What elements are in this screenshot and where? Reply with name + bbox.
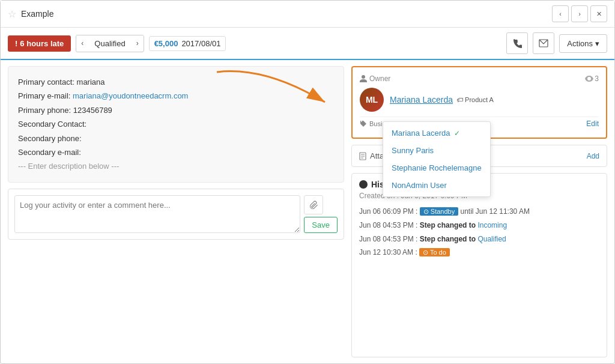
stage-prev-button[interactable]: ‹ — [76, 35, 88, 51]
primary-contact-line: Primary contact: mariana — [18, 75, 334, 89]
main-window: ☆ Example ‹ › ✕ ! 6 hours late ‹ Qualifi… — [0, 0, 615, 364]
primary-phone-line: Primary phone: 123456789 — [18, 103, 334, 117]
history-step-1: Step changed to — [420, 221, 478, 229]
window-title: Example — [21, 9, 53, 19]
secondary-contact-line: Secondary Contact: — [18, 117, 334, 131]
toolbar: ! 6 hours late ‹ Qualified › €5,000 2017… — [1, 28, 614, 60]
late-text: 6 hours late — [20, 39, 64, 48]
primary-email-link[interactable]: mariana@youdontneedacrm.com — [73, 91, 188, 100]
history-date-3: Jun 12 10:30 AM : — [359, 248, 419, 256]
title-bar: ☆ Example ‹ › ✕ — [1, 1, 614, 28]
history-date-2: Jun 08 04:53 PM : — [359, 235, 420, 243]
product-name: Product A — [465, 96, 494, 103]
amount-date: €5,000 2017/08/01 — [149, 36, 226, 51]
secondary-email-label: Secondary e-mail: — [18, 148, 81, 157]
owner-label: Owner — [369, 74, 390, 83]
dropdown-item-0[interactable]: Mariana Lacerda ✓ — [383, 124, 490, 142]
owner-name[interactable]: Mariana Lacerda — [390, 95, 453, 105]
owner-info: ML Mariana Lacerda 🏷 Product A — [360, 88, 599, 112]
nav-prev-button[interactable]: ‹ — [552, 5, 569, 22]
exclaim-icon: ! — [15, 39, 17, 48]
secondary-phone-line: Secondary phone: — [18, 132, 334, 145]
history-link-1: Incoming — [477, 221, 507, 229]
avatar-initials: ML — [360, 88, 384, 112]
dropdown-item-2[interactable]: Stephanie Rochelemagne — [383, 159, 490, 177]
primary-contact-label: Primary contact: — [18, 77, 74, 86]
history-entry-3: Jun 12 10:30 AM : ⊙ To do — [359, 246, 599, 259]
activity-input-row: Save — [14, 195, 338, 233]
secondary-phone-label: Secondary phone: — [18, 134, 82, 143]
owner-name-row: Mariana Lacerda 🏷 Product A — [390, 95, 494, 105]
description-placeholder: --- Enter description below --- — [18, 159, 334, 173]
history-entry-2: Jun 08 04:53 PM : Step changed to Qualif… — [359, 232, 599, 246]
contact-name: mariana — [77, 77, 105, 86]
primary-email-label: Primary e-mail: — [18, 91, 70, 100]
email-button[interactable] — [533, 32, 554, 54]
toolbar-left: ! 6 hours late ‹ Qualified › €5,000 2017… — [8, 35, 226, 52]
primary-email-line: Primary e-mail: mariana@youdontneedacrm.… — [18, 89, 334, 103]
dropdown-item-label-0: Mariana Lacerda — [392, 129, 450, 138]
info-card: Primary contact: mariana Primary e-mail:… — [8, 66, 344, 183]
secondary-email-line: Secondary e-mail: — [18, 145, 334, 159]
toolbar-right: Actions ▾ — [506, 32, 607, 54]
product-badge: 🏷 Product A — [456, 96, 494, 103]
favorite-icon[interactable]: ☆ — [8, 8, 16, 20]
history-link-2: Qualified — [477, 235, 506, 243]
edit-link[interactable]: Edit — [586, 120, 599, 128]
actions-arrow-icon: ▾ — [595, 39, 599, 48]
history-suffix-0: until Jun 12 11:30 AM — [461, 207, 530, 216]
dropdown-item-1[interactable]: Sunny Paris — [383, 142, 490, 159]
activity-actions: Save — [304, 195, 338, 233]
nav-next-button[interactable]: › — [571, 5, 588, 22]
secondary-contact-label: Secondary Contact: — [18, 120, 86, 129]
owner-title: Owner — [360, 74, 390, 83]
dropdown-item-label-2: Stephanie Rochelemagne — [392, 163, 482, 172]
primary-phone-label: Primary phone: — [18, 106, 71, 115]
stage-next-button[interactable]: › — [132, 35, 144, 51]
history-step-2: Step changed to — [420, 235, 478, 243]
late-badge: ! 6 hours late — [8, 35, 71, 52]
stage-label: Qualified — [88, 35, 131, 52]
history-date-0: Jun 06 06:09 PM : — [359, 207, 420, 216]
activity-card: Save — [8, 189, 344, 240]
stage-pill: ‹ Qualified › — [76, 35, 144, 52]
attachment-button[interactable] — [304, 195, 323, 214]
todo-badge: ⊙ To do — [419, 248, 450, 256]
main-content: Primary contact: mariana Primary e-mail:… — [1, 60, 614, 363]
deal-date: 2017/08/01 — [181, 39, 220, 48]
check-icon-0: ✓ — [454, 129, 460, 138]
history-date-1: Jun 08 04:53 PM : — [359, 221, 420, 229]
amount-value[interactable]: €5,000 — [154, 39, 178, 48]
phone-button[interactable] — [506, 32, 528, 54]
left-panel: Primary contact: mariana Primary e-mail:… — [8, 66, 344, 357]
close-button[interactable]: ✕ — [590, 5, 607, 22]
history-entry-0: Jun 06 06:09 PM : ⊙ Standby until Jun 12… — [359, 205, 599, 219]
owner-card: Owner 3 ML Mariana Lacerda — [351, 66, 607, 139]
owner-avatar: ML — [360, 88, 384, 112]
title-bar-left: ☆ Example — [8, 8, 53, 20]
owner-details: Mariana Lacerda 🏷 Product A — [390, 95, 494, 105]
activity-textarea[interactable] — [14, 195, 300, 233]
save-button[interactable]: Save — [304, 217, 338, 233]
standby-badge: ⊙ Standby — [420, 207, 458, 216]
dropdown-item-label-1: Sunny Paris — [392, 146, 434, 155]
add-attachment-link[interactable]: Add — [587, 152, 599, 160]
owner-header: Owner 3 — [360, 74, 599, 83]
dropdown-item-label-3: NonAdmin User — [392, 181, 447, 190]
title-bar-right: ‹ › ✕ — [552, 5, 607, 22]
history-card: History Created on : Jun 6, 2017 6:09 PM… — [351, 173, 607, 357]
history-entry-1: Jun 08 04:53 PM : Step changed to Incomi… — [359, 219, 599, 232]
right-panel: Owner 3 ML Mariana Lacerda — [351, 66, 607, 357]
actions-label: Actions — [567, 39, 593, 48]
viewer-count: 3 — [585, 74, 599, 83]
dropdown-item-3[interactable]: NonAdmin User — [383, 177, 490, 194]
actions-button[interactable]: Actions ▾ — [559, 34, 607, 53]
owner-dropdown: Mariana Lacerda ✓ Sunny Paris Stephanie … — [383, 121, 491, 197]
viewer-number: 3 — [595, 74, 599, 83]
